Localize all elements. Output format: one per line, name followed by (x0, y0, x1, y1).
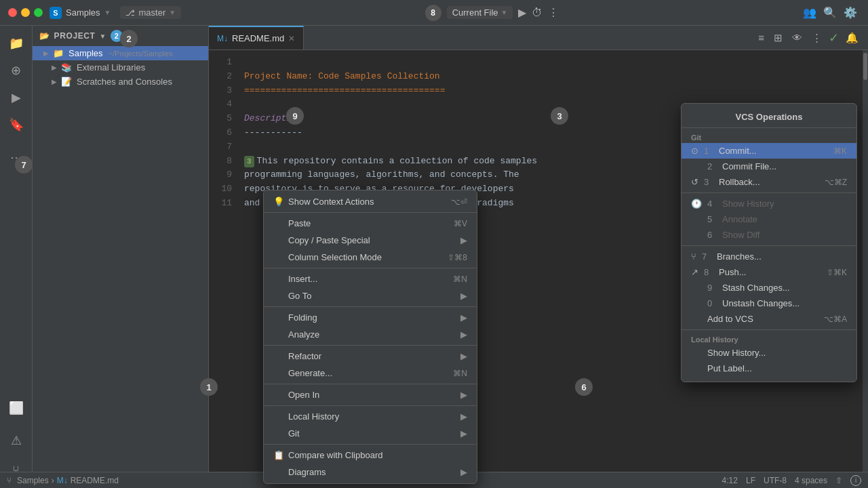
vcs-commit-label: Commit... (719, 146, 757, 156)
cm-arrow-goto: ▶ (460, 291, 467, 301)
cm-arrow-local-history: ▶ (460, 411, 467, 422)
cm-generate[interactable]: Generate... ⌘N (264, 365, 477, 382)
tree-item-external[interactable]: ▶ 📚 External Libraries (33, 60, 208, 75)
vcs-add-to-vcs[interactable]: Add to VCS ⌥⌘A (682, 311, 856, 327)
branch-label: master (138, 7, 165, 18)
maximize-button[interactable] (34, 8, 43, 17)
traffic-lights[interactable] (8, 8, 43, 17)
file-icon-external: 📚 (61, 62, 72, 73)
collab-icon[interactable]: 👥 (803, 6, 816, 19)
vcs-branches[interactable]: ⑂ 7 Branches... (682, 249, 856, 264)
status-left: ⑂ Samples › M↓ README.md (7, 476, 119, 485)
editor-scrollbar[interactable] (863, 50, 868, 488)
tree-item-scratches[interactable]: ▶ 📝 Scratches and Consoles (33, 75, 208, 89)
activity-vcs-icon[interactable]: ⊕ (4, 58, 28, 83)
tab-readme[interactable]: M↓ README.md ✕ (209, 26, 304, 49)
cm-compare-clipboard[interactable]: 📋 Compare with Clipboard (264, 447, 477, 464)
encoding[interactable]: UTF-8 (764, 476, 787, 485)
vcs-push[interactable]: ↗ 8 Push... ⇧⌘K (682, 264, 856, 280)
tree-item-samples[interactable]: ▶ 📁 Samples ~/Projects/Samples (33, 46, 208, 60)
vcs-sep-3 (682, 329, 856, 330)
cm-insert[interactable]: Insert... ⌘N (264, 270, 477, 287)
vcs-commit-file[interactable]: 2 Commit File... (682, 159, 856, 174)
close-button[interactable] (8, 8, 17, 17)
app-name[interactable]: S Samples ▼ (50, 7, 111, 19)
cm-arrow-refactor: ▶ (460, 351, 467, 361)
scrollbar-thumb[interactable] (863, 53, 867, 80)
more-icon[interactable]: ⋮ (548, 6, 559, 19)
vcs-panel: VCS Operations Git ⊙ 1 Commit... ⌘K 2 Co… (681, 103, 857, 382)
vcs-unstash[interactable]: 0 Unstash Changes... (682, 296, 856, 311)
breadcrumb-repo[interactable]: Samples (17, 476, 49, 485)
vcs-shortcut-add: ⌥⌘A (824, 314, 847, 324)
vcs-sep-2 (682, 245, 856, 246)
cm-label-paste: Paste (288, 218, 311, 228)
step-badge-8: 8 (425, 5, 441, 21)
current-file-button[interactable]: Current File ▼ (447, 6, 513, 19)
cm-diagrams[interactable]: Diagrams ▶ (264, 464, 477, 481)
cm-local-history[interactable]: Local History ▶ (264, 408, 477, 425)
vcs-commit[interactable]: ⊙ 1 Commit... ⌘K (682, 143, 856, 159)
vcs-num-4: 4 (707, 199, 717, 209)
cm-open-in[interactable]: Open In ▶ (264, 386, 477, 403)
cm-copy-paste-special[interactable]: Copy / Paste Special ▶ (264, 232, 477, 249)
cm-git[interactable]: Git ▶ (264, 425, 477, 442)
line-ending[interactable]: LF (746, 476, 755, 485)
activity-terminal-icon[interactable]: ⬜ (4, 396, 28, 420)
cm-column-selection[interactable]: Column Selection Mode ⇧⌘8 (264, 249, 477, 266)
run-icon[interactable]: ▶ (518, 6, 526, 19)
settings-icon[interactable]: ⚙️ (844, 6, 857, 19)
titlebar: S Samples ▼ ⎇ master ▼ 8 Current File ▼ … (0, 0, 868, 26)
vcs-annotate: 5 Annotate (682, 211, 856, 227)
vcs-shortcut-rollback: ⌥⌘Z (825, 178, 847, 187)
lightbulb-icon: 💡 (273, 197, 284, 207)
cm-refactor[interactable]: Refactor ▶ (264, 348, 477, 365)
profile-icon[interactable]: ⏱ (532, 7, 542, 19)
position-indicator[interactable]: 4:12 (722, 476, 738, 485)
bell-icon[interactable]: 🔔 (843, 30, 861, 45)
vcs-num-6: 6 (707, 230, 717, 240)
history-vcs-icon: 🕐 (691, 199, 702, 209)
breadcrumb: Samples › M↓ README.md (17, 476, 119, 485)
cm-folding[interactable]: Folding ▶ (264, 309, 477, 326)
cm-sep-2 (264, 268, 477, 268)
vcs-rollback[interactable]: ↺ 3 Rollback... ⌥⌘Z (682, 174, 856, 190)
vcs-show-history-local[interactable]: Show History... (682, 345, 856, 361)
search-icon[interactable]: 🔍 (823, 6, 837, 19)
cm-label-show-context: Show Context Actions (288, 197, 374, 207)
cm-label-open-in: Open In (288, 390, 319, 400)
breadcrumb-md-icon: M↓ (57, 476, 68, 485)
sidebar-folder-icon: 📂 (39, 31, 50, 41)
branches-icon: ⑂ (691, 251, 696, 262)
check-icon: ✓ (829, 30, 839, 45)
vcs-put-label[interactable]: Put Label... (682, 361, 856, 376)
minimize-button[interactable] (21, 8, 30, 17)
cm-goto[interactable]: Go To ▶ (264, 287, 477, 304)
cm-show-context-actions[interactable]: 💡 Show Context Actions ⌥⏎ (264, 193, 477, 210)
cm-arrow-git: ▶ (460, 428, 467, 439)
reader-mode-icon[interactable]: ≡ (755, 30, 767, 45)
info-icon[interactable]: i (850, 475, 861, 486)
vcs-stash[interactable]: 9 Stash Changes... (682, 280, 856, 296)
sidebar-chevron: ▼ (100, 33, 107, 40)
activity-run-icon[interactable]: ▶ (4, 85, 28, 110)
preview-icon[interactable]: 👁 (789, 30, 805, 45)
status-right: 4:12 LF UTF-8 4 spaces ⇧ i (722, 475, 861, 486)
activity-problems-icon[interactable]: ⚠ (4, 428, 28, 453)
branch-selector[interactable]: ⎇ master ▼ (120, 6, 181, 19)
cm-paste[interactable]: Paste ⌘V (264, 215, 477, 232)
tree-label-scratches: Scratches and Consoles (77, 77, 172, 87)
indent[interactable]: 4 spaces (795, 476, 827, 485)
more-options-icon[interactable]: ⋮ (809, 30, 825, 45)
split-view-icon[interactable]: ⊞ (771, 30, 785, 45)
cm-arrow-diagrams: ▶ (460, 467, 467, 477)
share-icon[interactable]: ⇧ (835, 476, 842, 485)
breadcrumb-file[interactable]: README.md (71, 476, 119, 485)
vcs-status-icon: ⑂ (7, 476, 12, 485)
cm-label-refactor: Refactor (288, 351, 321, 361)
cm-sep-5 (264, 384, 477, 384)
cm-analyze[interactable]: Analyze ▶ (264, 326, 477, 343)
activity-folder-icon[interactable]: 📁 (4, 31, 28, 56)
tab-close-icon[interactable]: ✕ (288, 34, 295, 43)
activity-bookmark-icon[interactable]: 🔖 (4, 113, 28, 137)
